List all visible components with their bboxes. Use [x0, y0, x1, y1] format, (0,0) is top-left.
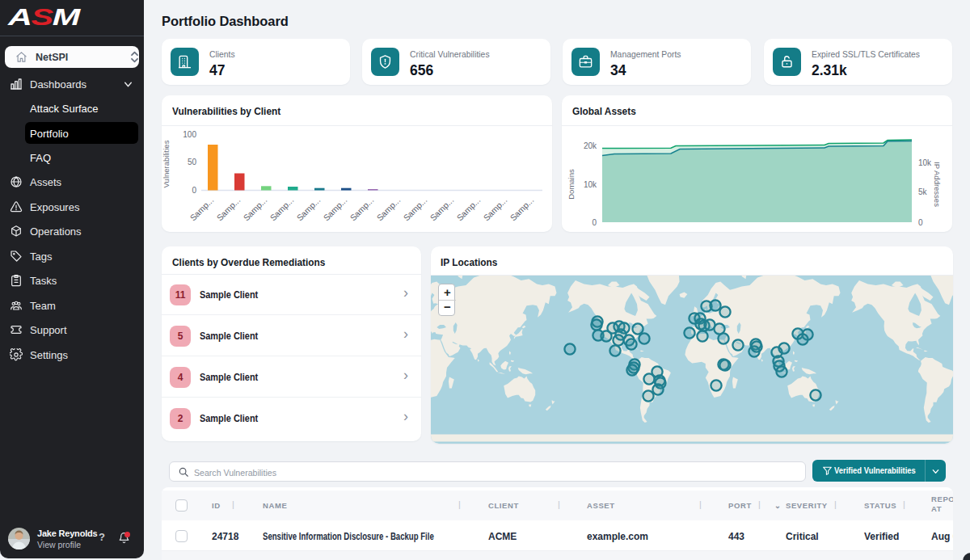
- svg-text:Samp...: Samp...: [428, 195, 455, 222]
- svg-text:0: 0: [192, 186, 196, 195]
- svg-text:Samp...: Samp...: [481, 195, 508, 222]
- svg-text:20k: 20k: [584, 141, 597, 150]
- svg-text:Samp...: Samp...: [268, 195, 295, 222]
- svg-text:0: 0: [592, 218, 597, 227]
- svg-text:Samp...: Samp...: [508, 195, 535, 222]
- svg-text:Samp...: Samp...: [294, 195, 322, 222]
- svg-text:Samp...: Samp...: [241, 195, 268, 222]
- svg-text:100: 100: [183, 130, 196, 139]
- svg-text:IP Addresses: IP Addresses: [933, 162, 942, 207]
- svg-text:Samp...: Samp...: [348, 195, 375, 222]
- svg-text:Samp...: Samp...: [401, 195, 428, 222]
- svg-text:Samp...: Samp...: [454, 195, 482, 222]
- svg-text:Samp...: Samp...: [188, 195, 215, 222]
- svg-text:5k: 5k: [918, 187, 928, 196]
- svg-text:Samp...: Samp...: [321, 195, 348, 222]
- svg-text:Samp...: Samp...: [214, 195, 242, 222]
- svg-text:Vulnerabilities: Vulnerabilities: [162, 140, 171, 187]
- svg-text:10k: 10k: [918, 158, 932, 167]
- svg-text:Domains: Domains: [567, 169, 576, 200]
- svg-text:0: 0: [918, 218, 923, 227]
- svg-text:Samp...: Samp...: [374, 195, 402, 222]
- svg-text:10k: 10k: [584, 180, 597, 189]
- svg-text:50: 50: [188, 158, 197, 166]
